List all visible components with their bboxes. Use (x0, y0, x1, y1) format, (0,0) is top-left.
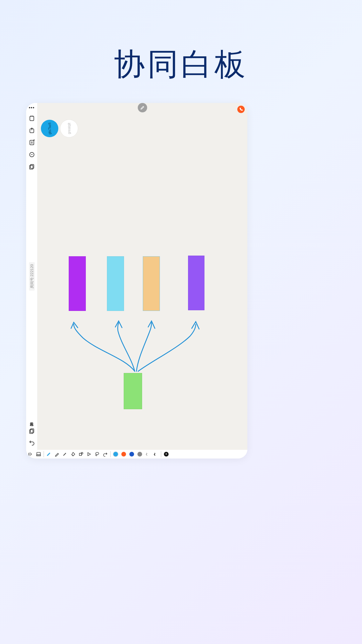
add-tool-icon[interactable]: + (163, 450, 170, 458)
pen-indicator-icon[interactable] (138, 103, 147, 112)
lasso-tool-icon[interactable] (94, 450, 101, 458)
participants: gts7lwifi greatqlt (41, 120, 78, 137)
app-window: ••• 房间号:222120 无标题 » (26, 103, 247, 459)
marker-tool-icon[interactable] (61, 450, 69, 458)
svg-rect-9 (37, 455, 41, 456)
pen-tool-icon[interactable] (45, 450, 53, 458)
shape-rect[interactable] (124, 373, 142, 409)
avatar[interactable]: greatqlt (60, 120, 78, 137)
pages-icon-2[interactable] (27, 426, 37, 436)
highlighter-tool-icon[interactable] (53, 450, 61, 458)
shape-rect[interactable] (143, 256, 160, 311)
color-swatch[interactable] (112, 450, 119, 458)
separator (44, 451, 44, 457)
play-tool-icon[interactable] (85, 450, 93, 458)
room-number: 222120 (29, 264, 34, 277)
bottom-toolbar: + (26, 450, 247, 459)
export-icon[interactable] (27, 126, 37, 135)
shape-rect[interactable] (188, 256, 204, 310)
redo-icon[interactable] (102, 450, 109, 458)
avatar-name: greatqlt (67, 123, 71, 134)
avatar[interactable]: gts7lwifi (41, 120, 58, 137)
color-swatch[interactable] (120, 450, 127, 458)
svg-point-12 (96, 452, 99, 455)
call-icon[interactable] (237, 106, 245, 113)
svg-rect-0 (30, 116, 34, 120)
hero-title: 协同白板 (0, 44, 362, 85)
shapes-tool-icon[interactable] (77, 450, 85, 458)
room-label: 房间号:222120 (29, 262, 35, 291)
chevron-collapse-icon[interactable]: » (29, 422, 34, 423)
eraser-tool-icon[interactable] (69, 450, 77, 458)
svg-rect-2 (30, 140, 34, 145)
separator (110, 451, 111, 457)
stroke-width-thin[interactable] (136, 450, 143, 458)
more-icon[interactable]: ••• (26, 105, 37, 110)
rect-tool-icon[interactable] (35, 450, 42, 458)
add-page-icon[interactable] (27, 138, 37, 147)
canvas[interactable]: gts7lwifi greatqlt (38, 103, 247, 450)
stroke-style-wavy-bold-icon[interactable] (152, 450, 160, 458)
separator (161, 451, 161, 457)
left-rail: ••• 房间号:222120 无标题 » (26, 103, 38, 450)
note-icon[interactable] (27, 114, 37, 123)
undo-icon[interactable] (27, 438, 37, 447)
align-icon[interactable] (27, 450, 34, 458)
avatar-name: gts7lwifi (48, 122, 52, 135)
room-label-prefix: 房间号: (29, 276, 34, 288)
pages-icon[interactable] (27, 162, 37, 171)
stroke-style-wavy-icon[interactable] (144, 450, 152, 458)
shape-rect[interactable] (69, 256, 86, 311)
color-swatch[interactable] (128, 450, 135, 458)
shape-rect[interactable] (107, 256, 124, 311)
sync-icon[interactable] (27, 150, 37, 159)
